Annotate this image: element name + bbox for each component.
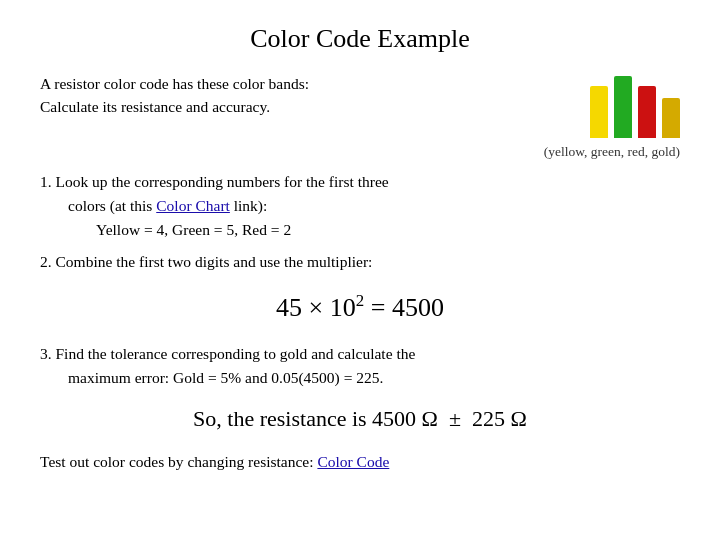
- step2: 2. Combine the first two digits and use …: [40, 250, 680, 274]
- steps: 1. Look up the corresponding numbers for…: [40, 170, 680, 475]
- gold-bar: [662, 98, 680, 138]
- intro-line2: Calculate its resistance and accuracy.: [40, 95, 570, 118]
- footer: Test out color codes by changing resista…: [40, 450, 680, 474]
- step1: 1. Look up the corresponding numbers for…: [40, 170, 680, 242]
- step1-main: 1. Look up the corresponding numbers for…: [40, 170, 680, 194]
- step3-main: 3. Find the tolerance corresponding to g…: [40, 342, 680, 366]
- bars-caption: (yellow, green, red, gold): [40, 144, 680, 160]
- step3: 3. Find the tolerance corresponding to g…: [40, 342, 680, 390]
- step1-values: Yellow = 4, Green = 5, Red = 2: [96, 218, 680, 242]
- green-bar: [614, 76, 632, 138]
- result: So, the resistance is 4500 Ω ± 225 Ω: [40, 402, 680, 436]
- footer-main: Test out color codes by changing resista…: [40, 453, 317, 470]
- color-chart-link[interactable]: Color Chart: [156, 197, 230, 214]
- step3-sub: maximum error: Gold = 5% and 0.05(4500) …: [68, 366, 680, 390]
- formula: 45 × 102 = 4500: [40, 288, 680, 328]
- step1-sub1-text: colors (at this: [68, 197, 156, 214]
- page-title: Color Code Example: [40, 24, 680, 54]
- step1-sub1-end: link):: [230, 197, 267, 214]
- intro-text: A resistor color code has these color ba…: [40, 72, 570, 119]
- step2-text: 2. Combine the first two digits and use …: [40, 250, 680, 274]
- red-bar: [638, 86, 656, 138]
- color-bars: [590, 76, 680, 138]
- color-code-link[interactable]: Color Code: [317, 453, 389, 470]
- step1-sub1-line: colors (at this Color Chart link):: [68, 194, 680, 218]
- intro-row: A resistor color code has these color ba…: [40, 72, 680, 138]
- yellow-bar: [590, 86, 608, 138]
- page-container: Color Code Example A resistor color code…: [0, 0, 720, 540]
- intro-line1: A resistor color code has these color ba…: [40, 72, 570, 95]
